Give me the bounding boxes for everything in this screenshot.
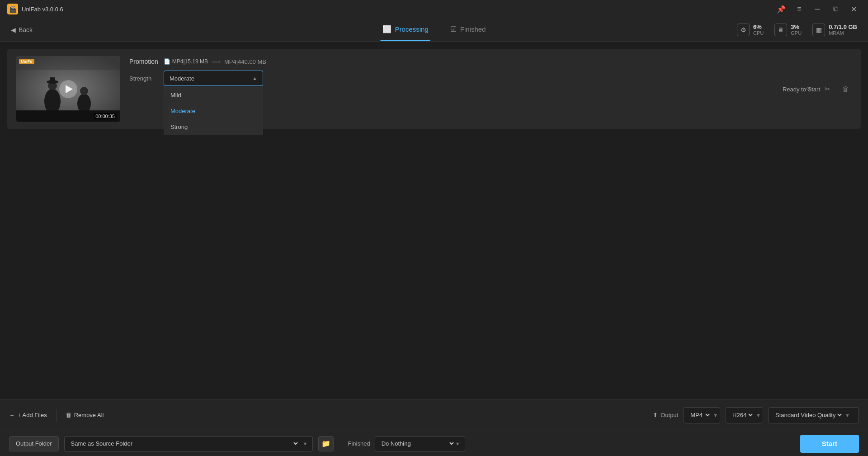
task-name: Promotion [129, 58, 158, 65]
bottom-bar: ＋ + Add Files 🗑 Remove All ⬆ Output MP4 … [0, 399, 868, 431]
menu-icon: ≡ [797, 5, 801, 13]
mram-stat: ▦ 0.7/1.0 GB MRAM [812, 24, 857, 36]
quality-select[interactable]: Standard Video Quality High Video Qualit… [774, 411, 843, 419]
strength-selected-value: Moderate [170, 75, 194, 82]
trash-icon: 🗑 [842, 85, 849, 93]
file-info: 📄 MP4|15.19 MB ⟹ MP4|440.00 MB [164, 58, 266, 65]
finished-action-dropdown[interactable]: Do Nothing Open Output Folder Shut Down … [380, 440, 455, 447]
trash-all-icon: 🗑 [66, 412, 71, 418]
main-content: UniFo [0, 42, 868, 399]
task-card: UniFo [7, 49, 861, 129]
mram-icon: ▦ [812, 24, 825, 36]
browse-folder-button[interactable]: 📁 [318, 436, 334, 451]
titlebar: 🎬 UniFab v3.0.0.6 📌 ≡ ─ ⧉ ✕ [0, 0, 868, 18]
mram-stat-text: 0.7/1.0 GB MRAM [829, 24, 857, 36]
nav-stats: ⚙ 6% CPU 🖥 3% GPU ▦ 0.7/1.0 GB MRAM [737, 24, 857, 36]
divider-1 [56, 409, 57, 422]
add-files-label: + Add Files [18, 412, 47, 418]
play-button[interactable] [59, 80, 77, 98]
svg-point-7 [80, 87, 88, 95]
strength-option-mild[interactable]: Mild [164, 87, 263, 103]
close-button[interactable]: ✕ [846, 2, 861, 16]
format-chevron-icon: ▼ [713, 413, 718, 418]
folder-browse-icon: 📁 [321, 439, 330, 448]
back-label: Back [19, 26, 33, 33]
tab-processing[interactable]: ⬜ Processing [381, 18, 430, 41]
video-logo: UniFo [19, 59, 34, 64]
strength-option-moderate[interactable]: Moderate [164, 103, 263, 119]
gpu-stat: 🖥 3% GPU [774, 24, 802, 36]
footer-bar: Output Folder Same as Source Folder Cust… [0, 431, 868, 456]
codec-select[interactable]: H264 H265 AV1 [731, 411, 754, 419]
start-button[interactable]: Start [800, 435, 859, 453]
format-select-wrapper[interactable]: MP4 MKV AVI MOV ▼ [684, 407, 720, 423]
start-label: Start [822, 440, 837, 447]
strength-option-strong[interactable]: Strong [164, 119, 263, 135]
video-duration: 00:00:35 [94, 113, 117, 119]
pin-button[interactable]: 📌 [774, 2, 788, 16]
folder-path-select[interactable]: Same as Source Folder Custom Folder... ▼ [64, 436, 313, 451]
restore-button[interactable]: ⧉ [828, 2, 843, 16]
format-select[interactable]: MP4 MKV AVI MOV [689, 411, 711, 419]
back-arrow-icon: ◀ [11, 26, 16, 33]
task-title-row: Promotion 📄 MP4|15.19 MB ⟹ MP4|440.00 MB [129, 58, 852, 65]
add-files-icon: ＋ [9, 411, 15, 419]
output-file-text: MP4|440.00 MB [224, 58, 266, 65]
strength-row: Strength Moderate ▲ Mild Moderate Strong [129, 71, 852, 86]
preview-icon: 👁 [806, 85, 813, 93]
app-icon: 🎬 [7, 4, 18, 14]
video-thumbnail[interactable]: UniFo [16, 56, 120, 122]
settings-button[interactable]: ✂ [821, 83, 834, 95]
add-files-button[interactable]: ＋ + Add Files [9, 411, 47, 419]
strength-label: Strength [129, 75, 156, 82]
scissors-icon: ✂ [825, 85, 830, 93]
output-section: ⬆ Output MP4 MKV AVI MOV ▼ H264 H265 AV1… [653, 407, 859, 423]
app-logo: 🎬 UniFab v3.0.0.6 [7, 4, 63, 14]
finished-label: Finished [348, 440, 370, 447]
titlebar-controls: 📌 ≡ ─ ⧉ ✕ [774, 0, 861, 18]
gpu-label: GPU [791, 30, 802, 36]
pin-icon: 📌 [777, 5, 786, 14]
strength-dropdown-menu: Mild Moderate Strong [164, 87, 263, 135]
codec-chevron-icon: ▼ [756, 413, 761, 418]
minimize-icon: ─ [815, 5, 820, 13]
folder-path-dropdown[interactable]: Same as Source Folder Custom Folder... [69, 440, 299, 447]
gpu-icon: 🖥 [774, 24, 787, 36]
codec-select-wrapper[interactable]: H264 H265 AV1 ▼ [726, 407, 763, 423]
delete-button[interactable]: 🗑 [839, 83, 852, 95]
arrow-right-icon: ⟹ [212, 58, 221, 65]
svg-rect-5 [50, 77, 55, 82]
nav-tabs: ⬜ Processing ☑ Finished [381, 18, 488, 41]
back-button[interactable]: ◀ Back [11, 26, 33, 33]
restore-icon: ⧉ [833, 5, 838, 13]
finished-section: Finished Do Nothing Open Output Folder S… [348, 436, 465, 451]
dropdown-chevron-icon: ▲ [252, 76, 257, 81]
output-label-text: Output [660, 412, 678, 418]
cpu-icon: ⚙ [737, 24, 750, 36]
preview-button[interactable]: 👁 [803, 83, 816, 95]
quality-select-wrapper[interactable]: Standard Video Quality High Video Qualit… [769, 407, 859, 423]
strength-dropdown[interactable]: Moderate ▲ [164, 71, 263, 86]
output-label: ⬆ Output [653, 412, 678, 418]
tab-finished[interactable]: ☑ Finished [448, 18, 488, 41]
menu-button[interactable]: ≡ [792, 2, 807, 16]
output-folder-button[interactable]: Output Folder [9, 436, 59, 451]
remove-all-button[interactable]: 🗑 Remove All [66, 412, 104, 418]
play-triangle-icon [66, 85, 73, 93]
close-icon: ✕ [851, 5, 857, 14]
finished-chevron-icon: ▼ [455, 441, 460, 446]
finished-tab-icon: ☑ [450, 25, 457, 33]
task-actions: 👁 ✂ 🗑 [803, 83, 852, 95]
finished-tab-label: Finished [460, 25, 486, 33]
quality-chevron-icon: ▼ [845, 413, 850, 418]
navbar: ◀ Back ⬜ Processing ☑ Finished ⚙ 6% CPU … [0, 18, 868, 42]
input-file-text: MP4|15.19 MB [172, 58, 208, 65]
finished-action-select[interactable]: Do Nothing Open Output Folder Shut Down … [375, 436, 465, 451]
cpu-stat: ⚙ 6% CPU [737, 24, 764, 36]
mram-label: MRAM [829, 30, 857, 36]
minimize-button[interactable]: ─ [810, 2, 825, 16]
app-title: UniFab v3.0.0.6 [22, 6, 63, 13]
cpu-label: CPU [753, 30, 764, 36]
gpu-stat-text: 3% GPU [791, 24, 802, 36]
cpu-stat-text: 6% CPU [753, 24, 764, 36]
